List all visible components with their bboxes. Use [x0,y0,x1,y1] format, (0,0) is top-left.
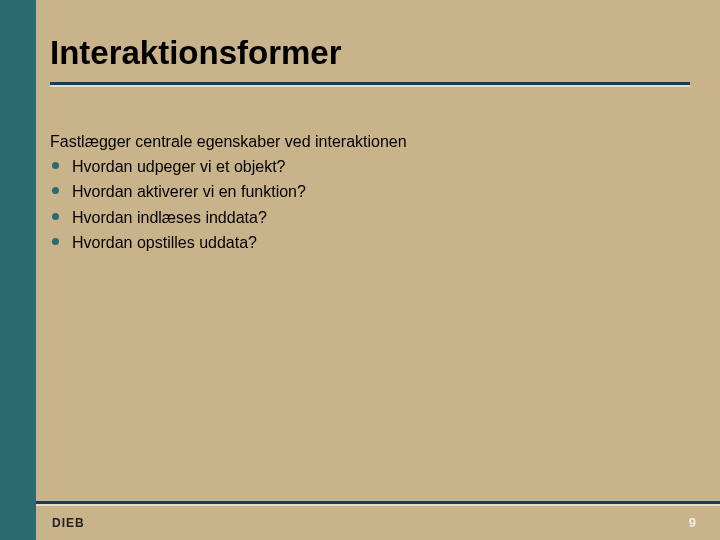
bullet-icon [52,187,59,194]
footer-rule [36,501,720,506]
page-number: 9 [689,515,696,530]
footer-rule-light [36,504,720,506]
slide-title: Interaktionsformer [50,34,690,72]
bullet-icon [52,213,59,220]
list-item: Hvordan udpeger vi et objekt? [50,155,690,178]
intro-text: Fastlægger centrale egenskaber ved inter… [50,130,690,153]
bullet-text: Hvordan opstilles uddata? [72,234,257,251]
list-item: Hvordan indlæses inddata? [50,206,690,229]
bullet-text: Hvordan aktiverer vi en funktion? [72,183,306,200]
bullet-icon [52,162,59,169]
footer-left-label: DIEB [52,516,85,530]
list-item: Hvordan opstilles uddata? [50,231,690,254]
bullet-list: Hvordan udpeger vi et objekt? Hvordan ak… [50,155,690,254]
bullet-icon [52,238,59,245]
title-block: Interaktionsformer [50,34,690,87]
list-item: Hvordan aktiverer vi en funktion? [50,180,690,203]
title-rule-light [50,85,690,87]
left-accent-rail [0,0,36,540]
body-block: Fastlægger centrale egenskaber ved inter… [50,130,690,256]
bullet-text: Hvordan indlæses inddata? [72,209,267,226]
bullet-text: Hvordan udpeger vi et objekt? [72,158,285,175]
